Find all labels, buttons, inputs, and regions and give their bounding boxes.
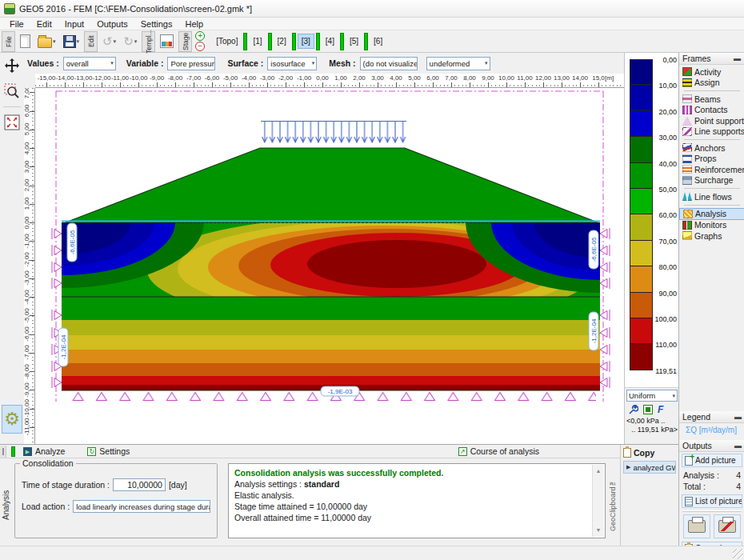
minimize-icon[interactable]: ▬ bbox=[734, 54, 741, 62]
dropdown-caret-icon[interactable]: ▾ bbox=[114, 38, 117, 45]
scale-mode-select[interactable]: Uniform▾ bbox=[626, 390, 678, 402]
splitter-handle[interactable] bbox=[0, 446, 6, 458]
stage-tab-6[interactable]: [6] bbox=[370, 34, 386, 49]
copy-panel: Copy ▶analyzed GWT bbox=[620, 445, 678, 546]
legend-flow-label[interactable]: ΣQ [m³/day/m] bbox=[679, 423, 744, 434]
dropdown-caret-icon[interactable]: ▾ bbox=[134, 38, 138, 45]
sidebar-item-label: Contacts bbox=[694, 105, 727, 114]
menu-item-help[interactable]: Help bbox=[178, 18, 210, 30]
menu-item-edit[interactable]: Edit bbox=[30, 18, 58, 30]
values-select[interactable]: overall▾ bbox=[63, 57, 116, 70]
templates-button[interactable]: Templ... bbox=[142, 31, 155, 52]
sidebar-item-surcharge[interactable]: Surcharge bbox=[679, 175, 744, 186]
menu-item-input[interactable]: Input bbox=[58, 18, 90, 30]
mesh-select[interactable]: (do not visualize)▾ bbox=[360, 57, 418, 70]
annotation-left-upper: -6,6E-05 bbox=[69, 230, 76, 254]
scale-value-label: 70,00 bbox=[645, 238, 677, 246]
function-icon[interactable]: F bbox=[658, 404, 663, 415]
redo-button[interactable]: ↻▾ bbox=[121, 31, 139, 52]
stage-button[interactable]: Stage bbox=[178, 31, 192, 52]
sidebar-item-activity[interactable]: Activity bbox=[679, 66, 744, 78]
settings-tab-button[interactable]: ↻Settings bbox=[82, 446, 134, 457]
sidebar-item-analysis[interactable]: Analysis bbox=[679, 208, 744, 220]
undo-button[interactable]: ↺▾ bbox=[100, 31, 118, 52]
scale-value-label: 80,00 bbox=[645, 263, 677, 271]
minimize-icon[interactable]: ▬ bbox=[734, 442, 742, 450]
sidebar-item-anchors[interactable]: Anchors bbox=[679, 142, 744, 154]
isoline-color-button[interactable] bbox=[643, 405, 653, 414]
analyzed-gwt-button[interactable]: ▶analyzed GWT bbox=[623, 461, 676, 474]
chevron-down-icon: ▾ bbox=[672, 393, 675, 399]
stage-remove-icon[interactable]: − bbox=[195, 42, 205, 51]
sidebar-item-label: Activity bbox=[694, 67, 721, 77]
menu-item-settings[interactable]: Settings bbox=[134, 18, 179, 30]
activity-icon bbox=[682, 67, 692, 76]
wrench-icon[interactable] bbox=[628, 405, 638, 415]
resize-grip[interactable] bbox=[733, 549, 743, 559]
log-scrollbar[interactable]: ▲ ▼ bbox=[592, 465, 604, 537]
stage-tab-4[interactable]: [4] bbox=[322, 34, 338, 49]
time-unit-label: [day] bbox=[169, 480, 187, 490]
edit-menu-button[interactable]: Edit bbox=[84, 31, 98, 52]
color-scale: 0,0010,0020,0030,0040,0050,0060,0070,008… bbox=[625, 53, 679, 393]
menu-item-file[interactable]: File bbox=[3, 18, 30, 30]
ruler-tick bbox=[30, 371, 34, 372]
load-action-select[interactable]: load linearly increases during stage dur… bbox=[73, 500, 210, 513]
model-view[interactable]: -6,6E-05 -6,6E-05 -1,2E-04 -1,2E-04 -1,9… bbox=[35, 88, 624, 444]
new-file-button[interactable] bbox=[18, 31, 33, 52]
stage-tab-2[interactable]: [2] bbox=[274, 34, 290, 49]
ruler-tick bbox=[506, 82, 507, 87]
list-of-pictures-button[interactable]: List of pictures bbox=[682, 494, 742, 508]
scale-value-label: 60,00 bbox=[645, 211, 677, 219]
minimize-icon[interactable]: ▬ bbox=[734, 413, 742, 421]
dropdown-caret-icon[interactable]: ▾ bbox=[53, 38, 56, 45]
sidebar-item-assign[interactable]: Assign bbox=[679, 78, 744, 89]
sidebar-item-line-flows[interactable]: Line flows bbox=[679, 191, 744, 202]
sidebar-item-graphs[interactable]: Graphs bbox=[679, 230, 744, 242]
template-manager-button[interactable] bbox=[158, 31, 176, 52]
print-cancel-button[interactable] bbox=[714, 514, 741, 538]
sidebar-item-monitors[interactable]: Monitors bbox=[679, 220, 744, 231]
save-file-button[interactable]: ▾ bbox=[61, 31, 82, 52]
ruler-tick bbox=[30, 334, 34, 335]
open-file-button[interactable]: ▾ bbox=[35, 31, 58, 52]
stage-tab-topo[interactable]: [Topo] bbox=[212, 34, 242, 49]
sidebar-item-label: Surcharge bbox=[694, 175, 733, 185]
zoom-select-button[interactable] bbox=[2, 81, 22, 102]
file-menu-button[interactable]: File bbox=[2, 31, 15, 52]
pan-button[interactable] bbox=[2, 55, 22, 76]
sidebar-item-beams[interactable]: Beams bbox=[679, 94, 744, 105]
stage-add-icon[interactable]: + bbox=[195, 31, 205, 41]
time-of-stage-input[interactable]: 10,00000 bbox=[113, 478, 166, 491]
stage-tab-1[interactable]: [1] bbox=[249, 34, 266, 49]
ruler-tick bbox=[30, 111, 34, 112]
sidebar-item-point-supports[interactable]: Point supports bbox=[679, 115, 744, 126]
scroll-down-icon[interactable]: ▼ bbox=[596, 525, 602, 536]
scroll-up-icon[interactable]: ▲ bbox=[596, 466, 602, 477]
sidebar-item-props[interactable]: Props bbox=[679, 154, 744, 165]
surface-select[interactable]: isosurface▾ bbox=[267, 57, 317, 70]
add-picture-button[interactable]: Add picture bbox=[682, 454, 742, 467]
sidebar-item-label: Props bbox=[694, 154, 716, 163]
menu-item-outputs[interactable]: Outputs bbox=[90, 18, 134, 30]
save-floppy-icon bbox=[63, 35, 76, 48]
ruler-tick bbox=[304, 82, 305, 87]
ruler-tick bbox=[175, 82, 176, 87]
variable-select[interactable]: Pore pressure u▾ bbox=[167, 57, 215, 70]
print-button[interactable] bbox=[683, 514, 710, 538]
course-of-analysis-button[interactable]: ↗Course of analysis bbox=[454, 446, 544, 457]
analyze-button[interactable]: ▶Analyze bbox=[18, 446, 70, 457]
view-options-bar: Values : overall▾ Variable : Pore pressu… bbox=[24, 53, 626, 74]
sidebar-item-line-supports[interactable]: Line supports bbox=[679, 126, 744, 138]
deform-select[interactable]: undeformed▾ bbox=[426, 57, 490, 70]
dropdown-caret-icon[interactable]: ▾ bbox=[77, 38, 80, 45]
drawing-settings-button[interactable]: ⚙ bbox=[2, 405, 22, 434]
drawing-canvas[interactable]: -6,6E-05 -6,6E-05 -1,2E-04 -1,2E-04 -1,9… bbox=[35, 88, 624, 444]
stage-tab-5[interactable]: [5] bbox=[346, 34, 362, 49]
sidebar-item-reinforcements[interactable]: Reinforcements bbox=[679, 164, 744, 175]
ruler-tick bbox=[322, 82, 323, 87]
fit-view-button[interactable] bbox=[2, 112, 22, 133]
stage-tab-3[interactable]: [3] bbox=[298, 34, 314, 49]
sidebar-item-contacts[interactable]: Contacts bbox=[679, 105, 744, 116]
ruler-tick bbox=[30, 297, 34, 298]
